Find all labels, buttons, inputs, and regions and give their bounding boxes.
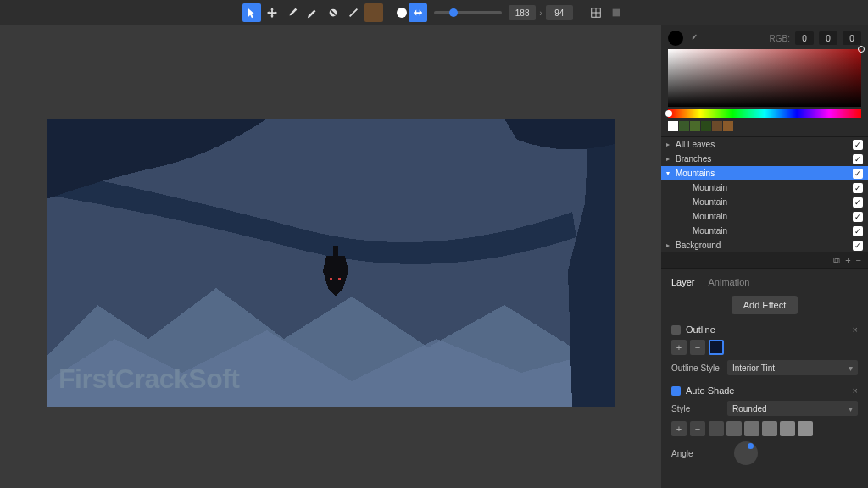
canvas[interactable]: FirstCrackSoft: [47, 119, 615, 407]
outline-add-color[interactable]: +: [671, 340, 687, 355]
layer-visible-checkbox[interactable]: ✓: [853, 154, 863, 164]
tab-layer[interactable]: Layer: [671, 277, 695, 287]
top-toolbar: 188 › 94: [0, 0, 868, 25]
layer-row[interactable]: ▸Background✓: [661, 238, 868, 252]
palette-swatch[interactable]: [690, 121, 700, 131]
disclosure-triangle-icon[interactable]: ▸: [666, 241, 673, 249]
outline-remove-icon[interactable]: ×: [853, 324, 858, 335]
layer-row[interactable]: ▸Branches✓: [661, 152, 868, 166]
svg-rect-2: [612, 9, 620, 17]
shade-swatch[interactable]: [744, 421, 760, 436]
shape-indicator: [397, 8, 407, 18]
layer-label: Mountain: [693, 226, 727, 236]
layer-label: Background: [676, 241, 721, 250]
angle-dial[interactable]: [734, 441, 758, 465]
hue-slider[interactable]: [668, 109, 861, 118]
svg-rect-4: [333, 246, 338, 256]
layer-visible-checkbox[interactable]: ✓: [853, 226, 863, 236]
layer-visible-checkbox[interactable]: ✓: [853, 197, 863, 208]
autoshade-style-select[interactable]: Rounded: [727, 401, 858, 416]
rgb-g[interactable]: 0: [819, 31, 837, 45]
palette-swatch[interactable]: [701, 121, 711, 131]
outline-checkbox[interactable]: [671, 325, 681, 335]
palette-swatch[interactable]: [679, 121, 689, 131]
layer-visible-checkbox[interactable]: ✓: [853, 140, 863, 150]
shade-swatch[interactable]: [780, 421, 795, 436]
palette-swatch[interactable]: [668, 121, 678, 131]
shade-swatch[interactable]: [726, 421, 742, 436]
duplicate-layer-icon[interactable]: ⧉: [833, 255, 840, 266]
brush-size-slider[interactable]: [434, 11, 502, 14]
palette-row: [668, 121, 861, 131]
layer-visible-checkbox[interactable]: ✓: [853, 169, 863, 179]
shade-swatches: [709, 421, 813, 436]
active-color-swatch[interactable]: [364, 3, 383, 22]
coord-separator: ›: [539, 8, 542, 18]
line-tool[interactable]: [344, 3, 363, 22]
autoshade-checkbox[interactable]: [671, 386, 681, 396]
layer-row[interactable]: Mountain✓: [661, 209, 868, 224]
rgb-label: RGB:: [770, 34, 790, 43]
angle-label: Angle: [671, 449, 724, 458]
pencil-tool[interactable]: [303, 3, 322, 22]
watermark-text: FirstCrackSoft: [58, 363, 240, 395]
add-layer-icon[interactable]: +: [845, 255, 850, 265]
shade-remove[interactable]: −: [690, 421, 705, 436]
shade-add[interactable]: +: [671, 421, 687, 436]
shade-swatch[interactable]: [798, 421, 813, 436]
layer-label: Mountain: [693, 212, 727, 221]
outline-style-select[interactable]: Interior Tint: [727, 360, 858, 375]
right-panel: RGB: 0 0 0 ▸All Leaves✓▸Branches✓▾Mounta…: [661, 25, 868, 488]
tab-animation[interactable]: Animation: [709, 277, 750, 287]
coord-y[interactable]: 94: [546, 5, 573, 20]
layers-panel: ▸All Leaves✓▸Branches✓▾Mountains✓Mountai…: [661, 136, 868, 252]
disclosure-triangle-icon[interactable]: ▸: [666, 141, 673, 148]
remove-layer-icon[interactable]: −: [856, 255, 861, 265]
autoshade-title: Auto Shade: [686, 385, 735, 396]
move-tool[interactable]: [263, 3, 281, 22]
layer-label: Mountains: [676, 169, 715, 178]
grid-toggle[interactable]: [587, 3, 605, 22]
shade-swatch[interactable]: [709, 421, 724, 436]
disclosure-triangle-icon[interactable]: ▾: [666, 169, 673, 177]
brush-tool[interactable]: [283, 3, 302, 22]
svg-rect-5: [330, 278, 332, 280]
eyedropper-icon[interactable]: [688, 33, 698, 43]
layer-row[interactable]: Mountain✓: [661, 180, 868, 195]
svg-rect-6: [338, 278, 341, 280]
symmetry-toggle[interactable]: [409, 3, 427, 22]
autoshade-style-label: Style: [671, 404, 724, 413]
layer-row[interactable]: Mountain✓: [661, 224, 868, 238]
shade-swatch[interactable]: [762, 421, 777, 436]
autoshade-remove-icon[interactable]: ×: [853, 385, 858, 396]
add-effect-button[interactable]: Add Effect: [732, 296, 798, 314]
layer-visible-checkbox[interactable]: ✓: [853, 241, 863, 251]
layer-row[interactable]: ▸All Leaves✓: [661, 137, 868, 152]
layer-row[interactable]: Mountain✓: [661, 195, 868, 209]
eraser-tool[interactable]: [324, 3, 342, 22]
outline-style-label: Outline Style: [671, 363, 724, 373]
layer-tools: ⧉ + −: [661, 252, 868, 268]
layer-row[interactable]: ▾Mountains✓: [661, 166, 868, 180]
canvas-viewport[interactable]: FirstCrackSoft: [0, 25, 661, 488]
properties-panel: Layer Animation Add Effect Outline × + −…: [661, 268, 868, 488]
outline-remove-color[interactable]: −: [690, 340, 705, 355]
view-mode[interactable]: [607, 3, 626, 22]
layer-label: Mountain: [693, 183, 727, 192]
disclosure-triangle-icon[interactable]: ▸: [666, 155, 673, 163]
coord-x[interactable]: 188: [509, 5, 536, 20]
palette-swatch[interactable]: [723, 121, 733, 131]
layer-label: Branches: [676, 154, 711, 164]
outline-color-slot[interactable]: [709, 340, 724, 355]
layer-visible-checkbox[interactable]: ✓: [853, 183, 863, 193]
color-picker: RGB: 0 0 0: [661, 25, 868, 136]
rgb-b[interactable]: 0: [843, 31, 861, 45]
current-color[interactable]: [668, 30, 683, 46]
saturation-field[interactable]: [668, 49, 861, 107]
layer-label: All Leaves: [676, 140, 715, 149]
select-tool[interactable]: [242, 3, 261, 22]
palette-swatch[interactable]: [712, 121, 722, 131]
layer-visible-checkbox[interactable]: ✓: [853, 212, 863, 222]
rgb-r[interactable]: 0: [795, 31, 814, 45]
layer-label: Mountain: [693, 197, 727, 207]
